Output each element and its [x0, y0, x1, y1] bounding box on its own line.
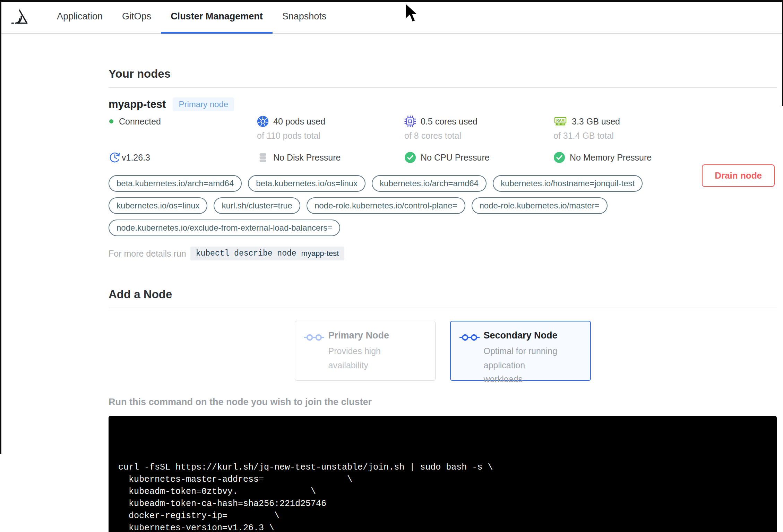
cores-used: 0.5 cores used [404, 114, 553, 129]
check-icon [553, 152, 565, 163]
empty-cell [109, 129, 257, 143]
secondary-node-card[interactable]: Secondary Node Optimal for running appli… [450, 321, 591, 381]
node-labels: beta.kubernetes.io/arch=amd64beta.kubern… [109, 175, 698, 236]
window-edge-top [0, 0, 783, 2]
node-label-pill: node-role.kubernetes.io/master= [472, 197, 608, 214]
kubectl-node-name: myapp-test [301, 249, 339, 258]
primary-node-badge: Primary node [173, 97, 234, 111]
node-label-pill: kubernetes.io/arch=amd64 [372, 175, 487, 192]
version-icon [109, 151, 121, 164]
nav-tab[interactable]: Application [47, 0, 112, 33]
command-line: kubeadm-token=0ztbvy. \ [118, 486, 767, 498]
details-row: For more details run kubectl describe no… [109, 246, 777, 261]
card-description: Provides high availability [328, 344, 389, 372]
window-edge-left [0, 0, 1, 454]
section-divider [109, 308, 777, 308]
command-line: kubernetes-version=v1.26.3 \ [118, 522, 767, 532]
join-command-block: curl -fsSL https://kurl.sh/jq-new-test-u… [109, 416, 777, 532]
pods-used-label: 40 pods used [273, 117, 325, 127]
disk-pressure-label: No Disk Pressure [273, 153, 341, 163]
pods-used: 40 pods used [257, 114, 404, 129]
command-line: kubernetes-master-address= \ [118, 473, 767, 486]
node-label-pill: kubernetes.io/os=linux [109, 197, 207, 214]
command-line: kubeadm-token-ca-hash=sha256:221d25746 [118, 498, 767, 510]
mouse-cursor [404, 2, 421, 26]
connected-label: Connected [119, 117, 161, 127]
top-nav: ApplicationGitOpsCluster ManagementSnaps… [0, 0, 783, 34]
node-label-pill: node.kubernetes.io/exclude-from-external… [109, 220, 340, 236]
card-title: Primary Node [328, 330, 389, 341]
node-label-pill: kurl.sh/cluster=true [214, 197, 300, 214]
node-card: myapp-test Primary node Connected [109, 88, 777, 261]
node-stats-grid: Connected 40 pods used [109, 114, 777, 165]
ram-icon: RAM [553, 115, 567, 127]
check-icon [404, 152, 416, 163]
drain-node-button[interactable]: Drain node [702, 164, 775, 187]
memory-total: of 31.4 GB total [553, 129, 777, 143]
node-glasses-icon [304, 332, 324, 343]
join-command-instruction: Run this command on the node you wish to… [109, 397, 777, 407]
cores-used-label: 0.5 cores used [421, 117, 477, 127]
cpu-icon [404, 115, 416, 127]
kubectl-command: kubectl describe node [196, 249, 296, 258]
primary-node-card[interactable]: Primary Node Provides high availability [295, 321, 436, 381]
node-label-pill: beta.kubernetes.io/arch=amd64 [109, 175, 242, 192]
nav-tabs: ApplicationGitOpsCluster ManagementSnaps… [47, 0, 336, 33]
memory-pressure-label: No Memory Pressure [570, 153, 652, 163]
details-text: For more details run [109, 249, 186, 259]
version-label: v1.26.3 [122, 153, 150, 163]
kubectl-command-chip: kubectl describe node myapp-test [190, 247, 345, 260]
memory-used-label: 3.3 GB used [572, 117, 620, 127]
card-title: Secondary Node [484, 330, 565, 341]
nav-tab[interactable]: Snapshots [273, 0, 336, 33]
cpu-pressure-label: No CPU Pressure [421, 153, 490, 163]
node-label-pill: node-role.kubernetes.io/control-plane= [307, 197, 465, 214]
node-label-pill: kubernetes.io/hostname=jonquil-test [493, 175, 643, 192]
status-dot [109, 119, 114, 124]
cores-total: of 8 cores total [404, 129, 553, 143]
connected-status: Connected [109, 114, 257, 129]
svg-text:RAM: RAM [556, 119, 565, 122]
card-description: Optimal for running application workload… [484, 344, 565, 386]
node-glasses-icon [459, 332, 480, 343]
pods-total: of 110 pods total [257, 129, 404, 143]
add-node-title: Add a Node [109, 261, 777, 301]
memory-used: RAM 3.3 GB used [553, 114, 777, 129]
your-nodes-title: Your nodes [109, 34, 777, 81]
node-type-options: Primary Node Provides high availability … [109, 321, 777, 381]
memory-pressure: No Memory Pressure [553, 149, 777, 165]
node-name: myapp-test [109, 98, 166, 111]
nav-tab[interactable]: GitOps [112, 0, 161, 33]
cpu-pressure: No CPU Pressure [404, 149, 553, 165]
node-version: v1.26.3 [109, 149, 257, 165]
disk-pressure: No Disk Pressure [257, 149, 404, 165]
kubernetes-icon [257, 115, 269, 127]
app-logo-icon[interactable] [10, 8, 28, 25]
nav-tab[interactable]: Cluster Management [161, 0, 273, 33]
command-line: curl -fsSL https://kurl.sh/jq-new-test-u… [118, 461, 767, 473]
disk-icon [257, 152, 269, 163]
command-line: docker-registry-ip= \ [118, 510, 767, 522]
node-label-pill: beta.kubernetes.io/os=linux [248, 175, 365, 192]
